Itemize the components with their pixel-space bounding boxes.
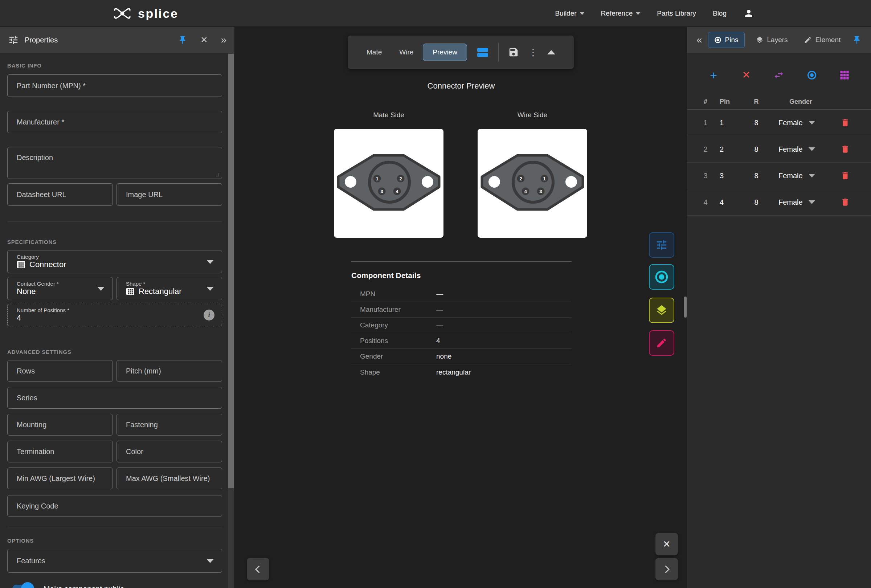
chevron-down-icon <box>636 12 640 15</box>
top-navbar: splice Builder Reference Parts Library B… <box>0 0 871 27</box>
chevron-down-icon <box>808 121 815 124</box>
make-public-toggle[interactable] <box>12 585 33 588</box>
prev-page-button[interactable] <box>247 558 269 581</box>
svg-text:1: 1 <box>543 176 545 181</box>
save-button[interactable] <box>508 47 519 58</box>
delete-pin-button[interactable] <box>837 141 853 157</box>
tab-mate[interactable]: Mate <box>361 44 388 61</box>
min-awg-field[interactable]: Min AWG (Largest Wire) <box>7 467 113 489</box>
details-divider <box>351 261 572 262</box>
left-panel-scrollbar-thumb[interactable] <box>228 54 234 488</box>
delete-all-pins-button[interactable]: ✕ <box>740 69 752 81</box>
tab-layers[interactable]: Layers <box>756 36 788 44</box>
contact-gender-select[interactable]: Contact Gender * None <box>7 277 113 300</box>
info-icon[interactable]: i <box>204 310 214 320</box>
features-select[interactable]: Features <box>7 549 222 573</box>
max-awg-field[interactable]: Max AWG (Smallest Wire) <box>117 467 222 489</box>
next-page-button[interactable] <box>655 558 678 581</box>
svg-text:4: 4 <box>395 189 398 194</box>
svg-text:4: 4 <box>524 189 527 194</box>
close-preview-button[interactable]: ✕ <box>655 533 678 555</box>
nav-item-builder[interactable]: Builder <box>555 9 584 17</box>
gender-select[interactable]: Female <box>773 145 834 154</box>
rows-field[interactable]: Rows <box>7 360 113 382</box>
pin-grid-button[interactable] <box>838 69 851 81</box>
chevron-down-icon <box>808 200 815 204</box>
image-url-field[interactable]: Image URL <box>117 183 222 206</box>
nav-item-blog[interactable]: Blog <box>713 9 727 17</box>
collapse-panel-icon[interactable]: « <box>696 35 702 45</box>
gender-select[interactable]: Female <box>773 172 834 180</box>
svg-text:3: 3 <box>380 189 383 194</box>
component-details: Component Details MPN— Manufacturer— Cat… <box>351 261 572 380</box>
section-basic-info: BASIC INFO <box>7 63 222 69</box>
termination-field[interactable]: Termination <box>7 441 113 462</box>
target-icon <box>654 270 669 284</box>
svg-text:3: 3 <box>539 189 542 194</box>
datasheet-url-field[interactable]: Datasheet URL <box>7 183 113 206</box>
pitch-field[interactable]: Pitch (mm) <box>117 360 222 382</box>
svg-text:2: 2 <box>399 176 402 181</box>
gender-select[interactable]: Female <box>773 119 834 127</box>
number-of-positions-field[interactable]: Number of Positions * 4 i <box>7 304 222 326</box>
close-icon[interactable]: ✕ <box>201 36 208 44</box>
details-row: Gendernone <box>351 349 572 364</box>
color-field[interactable]: Color <box>117 441 222 462</box>
collapse-toolbar-button[interactable] <box>547 50 555 54</box>
edit-tool-button[interactable] <box>649 330 674 356</box>
delete-pin-button[interactable] <box>837 115 853 131</box>
part-number-field[interactable]: Part Number (MPN) * <box>7 75 222 97</box>
tab-element[interactable]: Element <box>804 36 841 44</box>
svg-text:2: 2 <box>519 176 522 181</box>
description-field[interactable]: Description <box>7 147 222 179</box>
tune-icon <box>8 34 19 45</box>
pin-icon[interactable] <box>178 35 187 45</box>
delete-pin-button[interactable] <box>837 194 853 210</box>
chevron-left-icon <box>255 565 263 573</box>
nav-item-parts-library[interactable]: Parts Library <box>657 9 696 17</box>
gender-select[interactable]: Female <box>773 198 834 206</box>
account-button[interactable] <box>743 8 754 19</box>
shape-select[interactable]: Shape * Rectangular <box>117 277 222 300</box>
details-row: Positions4 <box>351 333 572 349</box>
pins-table: # Pin R Gender 1 1 8 Female 2 2 8 Female <box>687 94 871 215</box>
chevron-down-icon <box>808 174 815 178</box>
manufacturer-field[interactable]: Manufacturer * <box>7 111 222 133</box>
layers-tool-button[interactable] <box>649 298 674 323</box>
preview-canvas: Mate Wire Preview ⋮ Connector Preview Ma… <box>235 27 687 588</box>
series-field[interactable]: Series <box>7 387 222 409</box>
properties-tool-button[interactable] <box>649 232 674 258</box>
table-row: 4 4 8 Female <box>687 189 871 215</box>
tab-preview[interactable]: Preview <box>423 43 467 61</box>
section-advanced-settings: ADVANCED SETTINGS <box>7 349 222 355</box>
view-toolbar: Mate Wire Preview ⋮ <box>348 36 574 69</box>
add-pin-button[interactable]: + <box>707 69 720 81</box>
pins-tool-button[interactable] <box>649 264 674 290</box>
preview-title: Connector Preview <box>235 81 687 91</box>
more-options-button[interactable]: ⋮ <box>528 47 538 58</box>
mounting-field[interactable]: Mounting <box>7 414 113 435</box>
collapse-panel-icon[interactable]: » <box>221 35 226 45</box>
nav-item-reference[interactable]: Reference <box>601 9 641 17</box>
save-icon <box>508 47 519 58</box>
splice-logo[interactable]: splice <box>113 0 178 27</box>
split-view-button[interactable] <box>476 47 489 58</box>
canvas-scrollbar-thumb[interactable] <box>684 296 687 317</box>
category-select[interactable]: Category Connector <box>7 250 222 273</box>
trash-icon <box>841 197 850 207</box>
chevron-down-icon <box>97 287 105 291</box>
tab-wire[interactable]: Wire <box>394 44 419 61</box>
keying-code-field[interactable]: Keying Code <box>7 495 222 517</box>
pins-panel-header: « Pins Layers Element <box>687 27 871 53</box>
wire-side-label: Wire Side <box>477 111 587 119</box>
tab-pins[interactable]: Pins <box>708 32 745 48</box>
pencil-icon <box>804 36 812 44</box>
pin-icon[interactable] <box>852 35 862 45</box>
target-icon <box>807 70 817 80</box>
chevron-down-icon <box>808 147 815 151</box>
fastening-field[interactable]: Fastening <box>117 414 222 435</box>
delete-pin-button[interactable] <box>837 168 853 184</box>
layers-icon <box>655 304 668 317</box>
swap-pins-button[interactable] <box>773 69 785 81</box>
pin-target-button[interactable] <box>806 69 818 81</box>
